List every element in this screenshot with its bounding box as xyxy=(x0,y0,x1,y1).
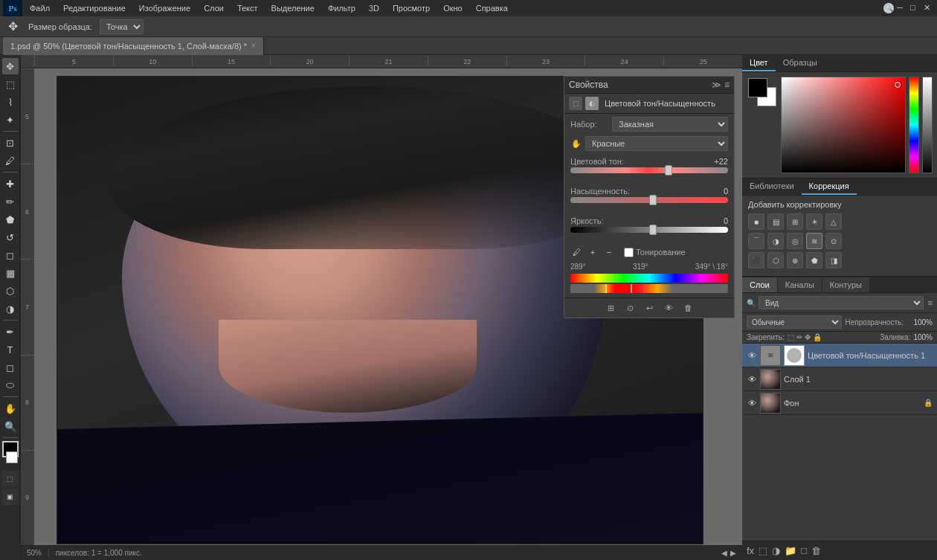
eyedrop-plus-icon[interactable]: + xyxy=(587,246,599,258)
menu-layers[interactable]: Слои xyxy=(198,2,230,14)
tool-eraser-btn[interactable]: ◻ xyxy=(2,247,19,263)
tool-move-btn[interactable]: ✥ xyxy=(2,58,19,74)
tool-heal-btn[interactable]: ✚ xyxy=(2,176,19,192)
blend-mode-select[interactable]: Обычные xyxy=(747,315,842,329)
tab-color[interactable]: Цвет xyxy=(742,55,776,71)
tool-quick-mask[interactable]: ⬚ xyxy=(2,471,19,487)
props-menu-icon[interactable]: ≡ xyxy=(724,80,730,90)
tool-hand-btn[interactable]: ✋ xyxy=(2,400,19,416)
layer-mask-huesat[interactable] xyxy=(784,345,805,366)
layer-new-btn[interactable]: □ xyxy=(801,545,807,556)
corr-colorlookup[interactable]: ⬟ xyxy=(806,252,822,268)
layer-eye-huesat[interactable]: 👁 xyxy=(747,350,757,361)
menu-help[interactable]: Справка xyxy=(470,2,514,14)
channel-select[interactable]: Красные xyxy=(585,136,728,151)
minimize-button[interactable]: ─ xyxy=(897,3,907,13)
tool-blur-btn[interactable]: ⬡ xyxy=(2,283,19,299)
corr-pattern[interactable]: ⊞ xyxy=(787,213,803,230)
eyedrop-icon[interactable]: 🖊 xyxy=(570,246,582,258)
menu-window[interactable]: Окно xyxy=(437,2,468,14)
lock-pixels-icon[interactable]: ⬚ xyxy=(788,333,794,341)
tool-magic-wand-btn[interactable]: ✦ xyxy=(2,112,19,128)
corr-photo-filter[interactable]: ⬡ xyxy=(767,252,784,268)
layer-filter-select[interactable]: Вид xyxy=(759,296,924,309)
layers-tab-channels[interactable]: Каналы xyxy=(778,277,822,292)
tool-type-btn[interactable]: T xyxy=(2,341,19,358)
tool-gradient-btn[interactable]: ▦ xyxy=(2,265,19,281)
corr-bw[interactable]: ⬛ xyxy=(748,252,764,268)
layer-item-huesat[interactable]: 👁 ≋ Цветовой тон/Насыщенность 1 xyxy=(742,344,937,367)
canvas-workspace[interactable]: Свойства ≫ ≡ ⬚ ◐ Цветовой тон/Насыщеннос… xyxy=(34,68,742,545)
color-gradient-box[interactable] xyxy=(781,77,906,173)
corr-channel-mixer[interactable]: ⊕ xyxy=(787,252,803,268)
scroll-right-btn[interactable]: ▶ xyxy=(730,549,736,557)
btn-reset[interactable]: ↩ xyxy=(643,301,656,315)
tool-zoom-btn[interactable]: 🔍 xyxy=(2,418,19,434)
corr-brightness[interactable]: ☀ xyxy=(806,213,822,230)
btn-add-mask[interactable]: ⊞ xyxy=(604,301,617,315)
tool-marquee-btn[interactable]: ⬚ xyxy=(2,76,19,92)
menu-image[interactable]: Изображение xyxy=(133,2,196,14)
fg-color-swatch[interactable] xyxy=(748,78,767,97)
tool-eyedropper-btn[interactable]: 🖊 xyxy=(2,152,19,169)
corr-solid-color[interactable]: ■ xyxy=(748,213,764,230)
btn-clip-mask[interactable]: ⊙ xyxy=(623,301,637,315)
layer-eye-bg[interactable]: 👁 xyxy=(747,398,757,408)
corr-invert[interactable]: ◨ xyxy=(825,252,842,268)
layer-item-bg[interactable]: 👁 Фон 🔒 xyxy=(742,391,937,415)
menu-view[interactable]: Просмотр xyxy=(387,2,436,14)
lock-paint-icon[interactable]: ✏ xyxy=(796,333,802,341)
corr-gradient[interactable]: ▤ xyxy=(767,213,784,230)
props-expand-icon[interactable]: ≫ xyxy=(712,80,721,90)
lock-all-icon[interactable]: 🔒 xyxy=(813,333,822,341)
scroll-left-btn[interactable]: ◀ xyxy=(721,549,727,557)
tool-screen-mode[interactable]: ▣ xyxy=(2,489,19,505)
tool-dodge-btn[interactable]: ◑ xyxy=(2,300,19,317)
close-button[interactable]: ✕ xyxy=(924,3,934,13)
tab-close-button[interactable]: × xyxy=(251,42,256,50)
corr-curves[interactable]: ⌒ xyxy=(748,233,764,249)
tool-history-btn[interactable]: ↺ xyxy=(2,229,19,245)
tool-stamp-btn[interactable]: ⬟ xyxy=(2,211,19,228)
layer-mask-btn[interactable]: ⬚ xyxy=(759,545,767,556)
tool-brush-btn[interactable]: ✏ xyxy=(2,193,19,210)
layer-adj-btn[interactable]: ◑ xyxy=(772,545,780,556)
menu-text[interactable]: Текст xyxy=(231,2,264,14)
tool-path-btn[interactable]: ◻ xyxy=(2,359,19,376)
layer-item-1[interactable]: 👁 Слой 1 xyxy=(742,367,937,391)
bright-slider[interactable] xyxy=(570,227,728,236)
menu-file[interactable]: Файл xyxy=(24,2,56,14)
layers-tab-layers[interactable]: Слои xyxy=(742,277,777,292)
layer-group-btn[interactable]: 📁 xyxy=(785,545,796,556)
hue-slider[interactable] xyxy=(570,167,728,176)
menu-select[interactable]: Выделение xyxy=(265,2,321,14)
menu-edit[interactable]: Редактирование xyxy=(57,2,132,14)
layer-delete-btn[interactable]: 🗑 xyxy=(811,545,821,556)
corr-vibrance[interactable]: ◎ xyxy=(787,233,803,249)
layer-fx-btn[interactable]: fx xyxy=(747,545,754,556)
tool-lasso-btn[interactable]: ⌇ xyxy=(2,94,19,110)
layer-eye-1[interactable]: 👁 xyxy=(747,374,757,384)
tab-library[interactable]: Библиотеки xyxy=(742,178,802,195)
alpha-strip[interactable] xyxy=(922,77,933,173)
corr-huesat[interactable]: ≋ xyxy=(806,233,822,249)
colorize-checkbox[interactable] xyxy=(624,248,634,257)
corr-levels[interactable]: △ xyxy=(825,213,842,230)
search-icon[interactable]: 🔍 xyxy=(883,3,894,13)
menu-3d[interactable]: 3D xyxy=(363,2,385,14)
sat-slider[interactable] xyxy=(570,197,728,206)
hue-strip[interactable] xyxy=(909,77,919,173)
lock-move-icon[interactable]: ✥ xyxy=(805,333,811,341)
layers-tab-contours[interactable]: Контуры xyxy=(822,277,869,292)
tab-correction[interactable]: Коррекция xyxy=(802,178,857,195)
size-select[interactable]: Точка xyxy=(100,19,144,34)
eyedrop-minus-icon[interactable]: − xyxy=(603,246,615,258)
tool-move[interactable]: ✥ xyxy=(4,19,21,35)
btn-delete[interactable]: 🗑 xyxy=(681,301,695,315)
tab-swatches[interactable]: Образцы xyxy=(776,55,825,71)
corr-colorbalance[interactable]: ⊙ xyxy=(825,233,842,249)
menu-filter[interactable]: Фильтр xyxy=(322,2,361,14)
adj-icon-2[interactable]: ◐ xyxy=(585,97,599,110)
btn-visibility[interactable]: 👁 xyxy=(662,301,675,315)
corr-exposure[interactable]: ◑ xyxy=(767,233,784,249)
